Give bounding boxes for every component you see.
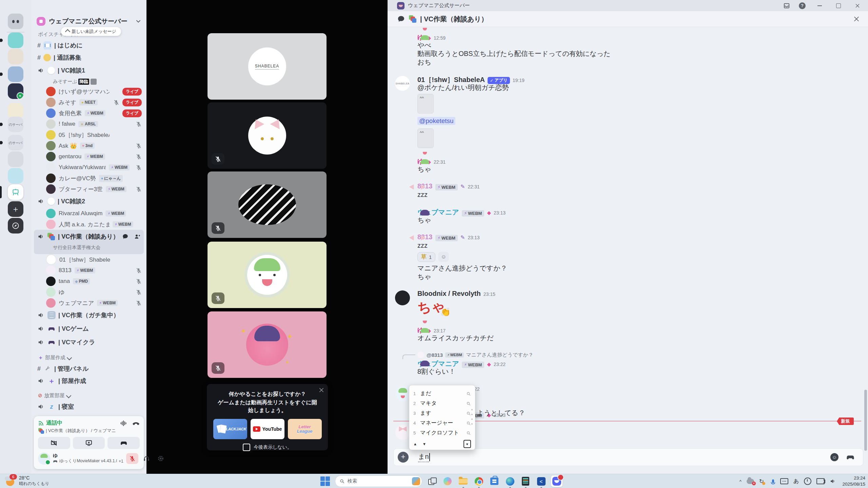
onedrive-error-icon[interactable]: ✕ (747, 479, 754, 484)
add-server-button[interactable]: ＋ (8, 201, 23, 217)
copilot-button[interactable] (442, 475, 453, 487)
close-icon[interactable] (318, 387, 324, 393)
invite-to-voice-icon[interactable] (134, 233, 140, 240)
chrome-button[interactable] (473, 475, 485, 487)
server-header[interactable]: ウェブマニア公式サーバー (31, 0, 146, 29)
close-button[interactable] (852, 3, 863, 8)
voice-member[interactable]: Yukiwara/Yukiwara⚡WEBM (31, 162, 146, 173)
activities-gamepad-icon[interactable] (846, 453, 855, 462)
server-icon-voice-active[interactable] (8, 83, 23, 99)
avatar[interactable] (395, 425, 410, 440)
voice-member[interactable]: 人間 a.k.a. カニたま⚡WEBM (31, 219, 146, 230)
microphone-tray-icon[interactable] (769, 478, 775, 484)
activities-button[interactable] (107, 437, 140, 449)
explore-servers-button[interactable] (8, 218, 23, 233)
avatar[interactable] (395, 386, 410, 401)
voice-member[interactable]: Rivarzal Aluwqim⚡WEBM (31, 208, 146, 219)
mic-mute-button[interactable] (126, 453, 138, 464)
ime-candidate[interactable]: 4マネージャー (409, 418, 475, 428)
notes-app-button[interactable] (520, 475, 531, 487)
new-unread-messages-pill[interactable]: 新しい未読メッセージ (61, 27, 121, 36)
inbox-icon[interactable] (783, 2, 790, 9)
message-input-bar[interactable]: + まn ☺ (393, 448, 863, 466)
sync-icon[interactable]: ↻ (759, 478, 764, 485)
search-highlight-thumbnail[interactable] (412, 477, 420, 485)
server-icon-text[interactable]: のサーバ (8, 117, 23, 132)
server-icon[interactable] (8, 49, 23, 64)
channel-heya-sakusei[interactable]: ＋ | 部屋作成 (31, 375, 146, 387)
voice-member[interactable]: 8313⚡WEBM (31, 265, 146, 276)
voice-member[interactable]: ブターフィー3世⚡WEBM (31, 184, 146, 195)
task-view-button[interactable] (426, 475, 438, 487)
message-author[interactable]: Bloodnix / Revolyth (417, 290, 481, 298)
voice-member[interactable]: Ask 👑♥3nd (31, 140, 146, 151)
channel-hajimeni[interactable]: # | はじめに (31, 39, 146, 52)
ime-candidate[interactable]: 2マキタ (409, 399, 475, 408)
channel-vc-micra[interactable]: | VCマイクラ (31, 336, 146, 349)
voice-member[interactable]: カレー@VC勢●にゃ～ん (31, 173, 146, 184)
soundboard-icon[interactable] (120, 420, 127, 427)
ime-candidate[interactable]: 3ます (409, 408, 475, 418)
maximize-button[interactable] (833, 3, 844, 8)
stamp-emoji[interactable]: ちゃ (417, 299, 446, 314)
tray-expand-chevron[interactable]: ^ (739, 479, 742, 484)
server-icon[interactable] (8, 33, 23, 48)
dont-show-again-checkbox[interactable] (243, 444, 250, 451)
focus-clock-icon[interactable] (804, 477, 811, 485)
ime-candidate[interactable]: 1まだ (409, 389, 475, 399)
voice-member[interactable]: ゆ (31, 287, 146, 298)
voice-member[interactable]: みそす●NEETライブ (31, 97, 146, 108)
server-icon[interactable] (8, 66, 23, 82)
taskbar-clock[interactable]: 23:24 2025/08/15 (842, 475, 865, 487)
discord-button-active[interactable] (551, 475, 563, 487)
close-chat-icon[interactable] (853, 16, 860, 22)
avatar[interactable]: SHABELEA (395, 76, 410, 91)
voice-member[interactable]: tana◆PMD (31, 276, 146, 287)
avatar[interactable] (395, 290, 410, 305)
volume-icon[interactable] (830, 478, 836, 484)
channel-shinshitsu[interactable]: z | 寝室 (31, 401, 146, 413)
new-messages-badge[interactable]: 新規 (837, 418, 854, 425)
display-cast-icon[interactable] (816, 478, 825, 484)
video-tile-tana[interactable] (208, 171, 327, 238)
channel-tsuwabosyu[interactable]: # | 通話募集 (31, 52, 146, 64)
reaction-pill[interactable]: 草1 (417, 252, 435, 262)
help-icon[interactable]: ? (799, 2, 806, 9)
search-icon[interactable] (466, 411, 471, 416)
channel-vc-game[interactable]: | VCゲーム (31, 322, 146, 336)
deafen-button[interactable] (140, 453, 153, 464)
add-reaction-button[interactable]: ☺ (438, 252, 449, 262)
disconnect-call-icon[interactable] (132, 420, 140, 427)
voice-member[interactable]: 05［!shy］ShabeleA (31, 129, 146, 140)
youtube-activity-button[interactable]: YouTube (251, 419, 284, 439)
settings-gear-button[interactable] (155, 453, 167, 464)
category-houchi-beya[interactable]: ⊘ 放置部屋 (31, 390, 146, 401)
video-tile-shabelea[interactable]: SHABELEA (208, 33, 327, 100)
channel-vc-zatsudan2[interactable]: | VC雑談2 (31, 195, 146, 208)
ime-clipboard-icon[interactable]: ♥ (463, 440, 471, 448)
self-avatar[interactable] (38, 452, 50, 465)
camera-off-button[interactable] (38, 437, 70, 449)
attach-plus-button[interactable]: + (398, 452, 409, 463)
search-icon[interactable] (466, 421, 471, 426)
voice-member[interactable]: gentarou⚡WEBM (31, 151, 146, 162)
server-icon[interactable] (8, 151, 23, 167)
voice-channel-breadcrumb[interactable]: | VC作業（雑談あり） / ウェブマニア公式サ… (38, 428, 116, 434)
open-chat-icon[interactable] (122, 233, 129, 240)
voice-member[interactable]: 01［!shw］ShabeleA (31, 254, 146, 265)
touch-keyboard-icon[interactable] (780, 478, 788, 484)
emoji-picker-icon[interactable]: ☺ (830, 453, 839, 461)
video-tile-8313[interactable] (208, 102, 327, 169)
code-app-button[interactable]: < (535, 475, 547, 487)
search-icon[interactable] (466, 431, 471, 435)
microsoft-store-button[interactable] (489, 475, 500, 487)
video-tile-yu[interactable] (208, 242, 327, 308)
discord-home-button[interactable] (8, 14, 23, 29)
screen-share-button[interactable] (73, 437, 105, 449)
channel-kanri-panel[interactable]: # | 管理パネル (31, 363, 146, 375)
blackjack-activity-button[interactable]: BLACKJACK (213, 419, 247, 439)
sticker[interactable]: ^^ (417, 128, 434, 148)
ime-candidate[interactable]: 5マイクロソフト (409, 428, 475, 438)
video-tile-webmania[interactable]: ✦✦✦ (208, 311, 327, 378)
ime-mode-indicator[interactable]: あ (793, 478, 799, 485)
